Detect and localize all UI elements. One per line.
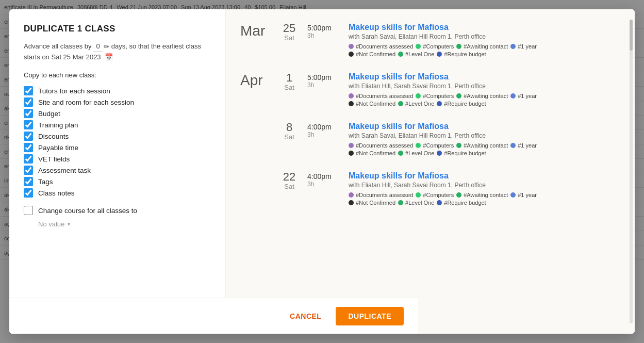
calendar-icon[interactable]: 📅: [105, 53, 113, 61]
checkbox-payable[interactable]: [24, 143, 33, 152]
checkbox-classnotes[interactable]: [24, 188, 33, 198]
tag-label: #Not Confirmed: [356, 51, 395, 57]
tag: #Documents assessed: [349, 192, 413, 198]
class-title[interactable]: Makeup skills for Mafiosa: [349, 122, 620, 131]
classes-list: Mar25Sat5:00pm3hMakeup skills for Mafios…: [240, 22, 620, 207]
checkbox-label-payable: Payable time: [38, 144, 78, 152]
tag: #Require budget: [437, 150, 486, 156]
tag-label: #Level One: [405, 150, 434, 156]
checkbox-discounts[interactable]: [24, 132, 33, 141]
checkbox-assessment[interactable]: [24, 166, 33, 175]
tag: #Computers: [416, 142, 454, 149]
tag-label: #Not Confirmed: [356, 200, 395, 206]
scrollbar-thumb[interactable]: [630, 20, 633, 51]
tag-label: #Level One: [405, 51, 434, 57]
checkbox-item-tags: Tags: [24, 176, 211, 187]
checkbox-vet[interactable]: [24, 154, 33, 164]
right-panel: Mar25Sat5:00pm3hMakeup skills for Mafios…: [226, 9, 635, 334]
tag: #Awaiting contact: [456, 93, 508, 99]
tag-dot: [510, 143, 516, 148]
duplicate-button[interactable]: DUPLICATE: [336, 307, 404, 325]
tag-dot: [416, 93, 421, 99]
tag-label: #Not Confirmed: [356, 150, 395, 156]
checkbox-item-payable: Payable time: [24, 142, 211, 153]
tag-dot: [398, 52, 403, 57]
left-panel: DUPLICATE 1 CLASS Advance all classes by…: [9, 9, 226, 334]
tag-dot: [349, 93, 354, 99]
tag-dot: [398, 200, 403, 205]
checkbox-item-tutors: Tutors for each session: [24, 85, 211, 96]
class-time: 5:00pm: [307, 73, 349, 81]
class-entry: Apr1Sat5:00pm3hMakeup skills for Mafiosa…: [240, 71, 620, 108]
checkbox-label-tutors: Tutors for each session: [38, 87, 110, 95]
tag-dot: [437, 200, 442, 205]
checkbox-item-classnotes: Class notes: [24, 187, 211, 199]
modal-title: DUPLICATE 1 CLASS: [24, 24, 211, 34]
class-duration: 3h: [307, 131, 349, 138]
checkbox-site[interactable]: [24, 97, 33, 107]
tag: #Documents assessed: [349, 93, 413, 99]
tag-dot: [349, 44, 354, 49]
tag-dot: [349, 143, 354, 148]
tag-dot: [456, 93, 461, 99]
tag-label: #Computers: [423, 93, 454, 99]
tag-label: #Require budget: [444, 51, 486, 57]
date-weekday: Sat: [284, 133, 294, 141]
modal-footer: CANCEL DUPLICATE: [9, 298, 418, 334]
checkbox-label-tags: Tags: [38, 178, 53, 186]
class-title[interactable]: Makeup skills for Mafiosa: [349, 171, 620, 181]
tag: #1 year: [510, 93, 537, 99]
tag-dot: [398, 151, 403, 156]
cancel-button[interactable]: CANCEL: [282, 308, 329, 324]
change-course-checkbox[interactable]: [24, 206, 33, 215]
checkbox-item-training: Training plan: [24, 119, 211, 130]
tag: #Require budget: [437, 101, 486, 107]
class-time: 4:00pm: [307, 123, 349, 131]
no-value-dropdown[interactable]: No value ▾: [38, 218, 211, 230]
change-course-section: Change course for all classes to No valu…: [24, 206, 211, 230]
date-day: 22: [283, 171, 295, 183]
time-col: 5:00pm3h: [307, 22, 349, 39]
checkbox-label-classnotes: Class notes: [38, 189, 75, 197]
class-title[interactable]: Makeup skills for Mafiosa: [349, 23, 620, 32]
tag-dot: [349, 200, 354, 205]
tag-label: #Documents assessed: [356, 192, 413, 198]
tag-dot: [349, 52, 354, 57]
tag: #Not Confirmed: [349, 150, 395, 156]
tag: #Awaiting contact: [456, 142, 508, 149]
tag-dot: [456, 44, 461, 49]
date-col: 1Sat: [271, 71, 307, 91]
checkbox-item-site: Site and room for each session: [24, 96, 211, 108]
class-meta: with Eliatan Hill, Sarah Savai Room 1, P…: [349, 83, 620, 90]
class-info: Makeup skills for Mafiosawith Eliatan Hi…: [349, 71, 620, 108]
class-time: 4:00pm: [307, 172, 349, 181]
tag-label: #Documents assessed: [356, 43, 413, 50]
tags-row-1: #Documents assessed#Computers#Awaiting c…: [349, 43, 620, 50]
tag-label: #Not Confirmed: [356, 101, 395, 107]
tag-label: #Require budget: [444, 200, 486, 206]
tag-dot: [416, 143, 421, 148]
class-info: Makeup skills for Mafiosawith Sarah Sava…: [349, 22, 620, 59]
tag-label: #1 year: [518, 43, 537, 50]
scrollbar-track[interactable]: [630, 20, 633, 323]
tags-row-2: #Not Confirmed#Level One#Require budget: [349, 51, 620, 57]
tag: #1 year: [510, 43, 537, 50]
class-meta: with Sarah Savai, Eliatan Hill Room 1, P…: [349, 33, 620, 40]
checkbox-training[interactable]: [24, 120, 33, 129]
checkbox-tags[interactable]: [24, 177, 33, 186]
tag-dot: [510, 44, 516, 49]
date-col: 25Sat: [271, 22, 307, 42]
tag-dot: [456, 143, 461, 148]
class-title[interactable]: Makeup skills for Mafiosa: [349, 72, 620, 81]
advance-days[interactable]: 0: [93, 41, 103, 52]
tag-dot: [510, 192, 516, 198]
checkbox-item-discounts: Discounts: [24, 130, 211, 142]
checkbox-budget[interactable]: [24, 109, 33, 118]
tag-label: #Computers: [423, 142, 454, 149]
tag: #1 year: [510, 192, 537, 198]
tag: #Require budget: [437, 51, 486, 57]
date-weekday: Sat: [284, 84, 294, 91]
checkbox-tutors[interactable]: [24, 86, 33, 95]
tag-label: #Require budget: [444, 101, 486, 107]
tag-label: #Documents assessed: [356, 93, 413, 99]
